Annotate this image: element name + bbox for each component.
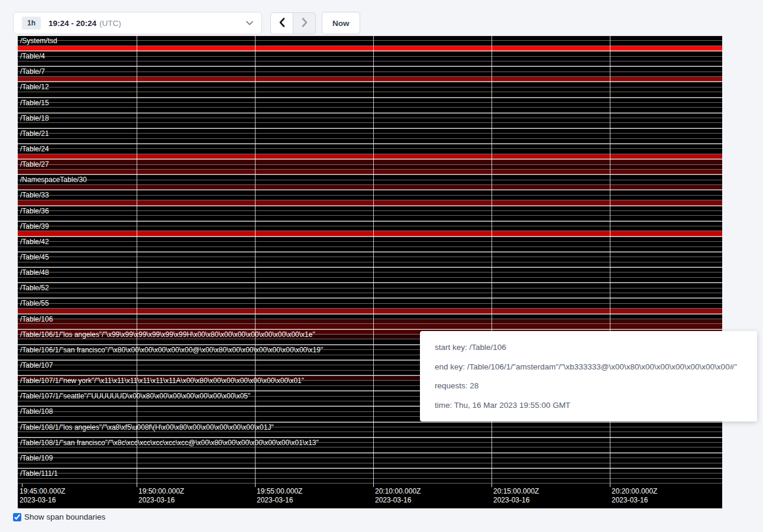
heatmap-row[interactable]: /Table/42 xyxy=(18,236,722,252)
time-range-selector[interactable]: 1h 19:24 - 20:24 (UTC) xyxy=(13,12,262,34)
heatmap-cell[interactable] xyxy=(18,103,722,108)
heatmap-cell[interactable] xyxy=(18,108,722,112)
heatmap-row[interactable]: /NamespaceTable/30 xyxy=(18,174,722,190)
prev-range-button[interactable] xyxy=(270,12,293,34)
heatmap-row[interactable]: /Table/111/1 xyxy=(18,468,722,484)
heatmap-cell[interactable] xyxy=(18,51,722,56)
heatmap-cell[interactable] xyxy=(18,144,722,149)
heatmap-row[interactable]: /Table/39 xyxy=(18,221,722,236)
heatmap-row[interactable]: /Table/12 xyxy=(18,82,722,97)
heatmap-cell[interactable] xyxy=(18,314,722,319)
heatmap-cell[interactable] xyxy=(18,453,722,458)
heatmap-cell[interactable] xyxy=(18,432,722,437)
heatmap-cell[interactable] xyxy=(18,190,722,195)
now-button[interactable]: Now xyxy=(322,12,360,34)
heatmap-cell[interactable] xyxy=(18,98,722,103)
heatmap-row[interactable]: /Table/15 xyxy=(18,98,722,113)
heatmap-cell[interactable] xyxy=(18,458,722,463)
heatmap-cell[interactable] xyxy=(18,216,722,220)
heatmap-cell[interactable] xyxy=(18,129,722,134)
heatmap-cell[interactable] xyxy=(18,160,722,164)
heatmap-cell[interactable] xyxy=(18,226,722,231)
heatmap-cell[interactable] xyxy=(18,247,722,252)
heatmap-row[interactable]: /Table/33 xyxy=(18,190,722,205)
heatmap-cell[interactable] xyxy=(18,72,722,77)
heatmap-row[interactable]: /Table/52 xyxy=(18,283,722,298)
heatmap-cell[interactable] xyxy=(18,154,722,159)
heatmap-row[interactable]: /Table/24 xyxy=(18,144,722,159)
heatmap-cell[interactable] xyxy=(18,139,722,144)
heatmap-cell[interactable] xyxy=(18,206,722,211)
heatmap-cell[interactable] xyxy=(18,278,722,283)
heatmap-cell[interactable] xyxy=(18,149,722,154)
show-span-boundaries-label: Show span boundaries xyxy=(24,512,105,521)
heatmap-cell[interactable] xyxy=(18,185,722,190)
heatmap-row[interactable]: /Table/21 xyxy=(18,128,722,144)
heatmap-cell[interactable] xyxy=(18,443,722,447)
heatmap-cell[interactable] xyxy=(18,36,722,41)
heatmap-cell[interactable] xyxy=(18,427,722,432)
heatmap-cell[interactable] xyxy=(18,463,722,468)
heatmap-cell[interactable] xyxy=(18,82,722,87)
heatmap-row[interactable]: /Table/108/1/"los angeles"/"\xa8\xf5\u00… xyxy=(18,422,722,437)
heatmap-cell[interactable] xyxy=(18,57,722,61)
heatmap-cell[interactable] xyxy=(18,473,722,478)
heatmap-row[interactable]: /Table/45 xyxy=(18,252,722,267)
heatmap-cell[interactable] xyxy=(18,273,722,277)
heatmap-cell[interactable] xyxy=(18,268,722,273)
heatmap-cell[interactable] xyxy=(18,288,722,293)
heatmap-cell[interactable] xyxy=(18,479,722,484)
heatmap-cell[interactable] xyxy=(18,324,722,329)
heatmap-cell[interactable] xyxy=(18,113,722,118)
heatmap-cell[interactable] xyxy=(18,196,722,200)
heatmap-cell[interactable] xyxy=(18,222,722,226)
heatmap-cell[interactable] xyxy=(18,242,722,246)
heatmap-cell[interactable] xyxy=(18,134,722,138)
key-visualizer-canvas[interactable]: /System/tsd/Table/4/Table/7/Table/12/Tab… xyxy=(18,35,722,508)
heatmap-cell[interactable] xyxy=(18,123,722,128)
heatmap-cell[interactable] xyxy=(18,41,722,46)
heatmap-row[interactable]: /Table/4 xyxy=(18,51,722,66)
heatmap-cell[interactable] xyxy=(18,61,722,66)
heatmap-cell[interactable] xyxy=(18,170,722,174)
heatmap-cell[interactable] xyxy=(18,438,722,443)
heatmap-cell[interactable] xyxy=(18,231,722,236)
heatmap-row[interactable]: /Table/48 xyxy=(18,267,722,283)
heatmap-row[interactable]: /Table/109 xyxy=(18,453,722,468)
heatmap-cell[interactable] xyxy=(18,92,722,97)
heatmap-cell[interactable] xyxy=(18,118,722,123)
heatmap-cell[interactable] xyxy=(18,257,722,262)
heatmap-row[interactable]: /System/tsd xyxy=(18,35,722,51)
heatmap-cell[interactable] xyxy=(18,87,722,92)
heatmap-row[interactable]: /Table/7 xyxy=(18,66,722,82)
heatmap-cell[interactable] xyxy=(18,46,722,51)
heatmap-cell[interactable] xyxy=(18,469,722,473)
heatmap-cell[interactable] xyxy=(18,211,722,216)
heatmap-cell[interactable] xyxy=(18,304,722,309)
heatmap-row[interactable]: /Table/27 xyxy=(18,159,722,174)
axis-time-label: 19:55:00.000Z2023-03-16 xyxy=(257,487,302,505)
heatmap-row[interactable]: /Table/55 xyxy=(18,298,722,313)
heatmap-cell[interactable] xyxy=(18,165,722,170)
heatmap-cell[interactable] xyxy=(18,447,722,452)
heatmap-cell[interactable] xyxy=(18,299,722,303)
heatmap-cell[interactable] xyxy=(18,319,722,324)
heatmap-row[interactable]: /Table/36 xyxy=(18,206,722,221)
heatmap-cell[interactable] xyxy=(18,175,722,180)
heatmap-row[interactable]: /Table/106 xyxy=(18,314,722,329)
heatmap-row[interactable]: /Table/18 xyxy=(18,113,722,128)
heatmap-cell[interactable] xyxy=(18,237,722,242)
heatmap-cell[interactable] xyxy=(18,283,722,288)
heatmap-cell[interactable] xyxy=(18,423,722,427)
heatmap-row[interactable]: /Table/108/1/"san francisco"/"\x8c\xcc\x… xyxy=(18,437,722,453)
heatmap-cell[interactable] xyxy=(18,262,722,267)
heatmap-cell[interactable] xyxy=(18,309,722,313)
heatmap-cell[interactable] xyxy=(18,200,722,205)
heatmap-cell[interactable] xyxy=(18,180,722,185)
heatmap-cell[interactable] xyxy=(18,252,722,257)
next-range-button[interactable] xyxy=(293,12,316,34)
heatmap-cell[interactable] xyxy=(18,77,722,82)
show-span-boundaries-checkbox[interactable] xyxy=(13,513,21,521)
heatmap-cell[interactable] xyxy=(18,67,722,72)
heatmap-cell[interactable] xyxy=(18,293,722,298)
